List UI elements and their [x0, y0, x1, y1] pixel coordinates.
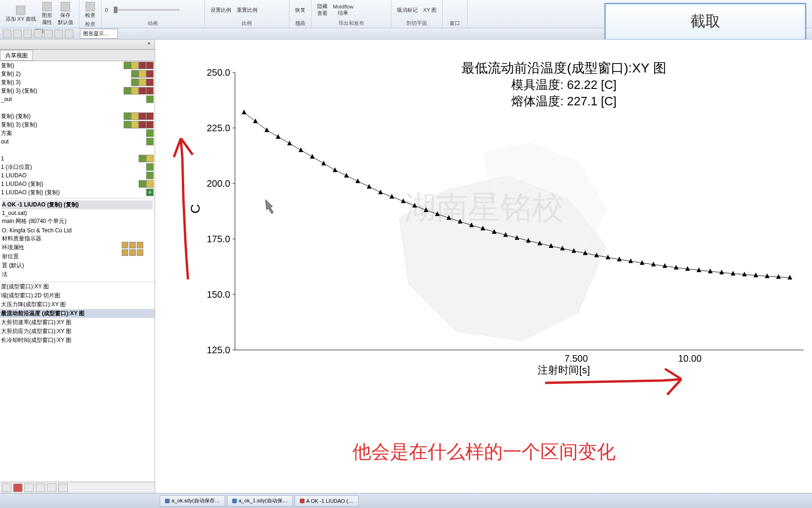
window-icon[interactable]: [446, 6, 454, 14]
layer-toggle-icon[interactable]: [146, 155, 154, 162]
layer-toggle-icon[interactable]: [146, 180, 154, 188]
lt-hide-icon[interactable]: [47, 484, 56, 492]
animation-slider[interactable]: [114, 9, 180, 11]
task-item-active[interactable]: A OK -1 LIUDAO (…: [295, 495, 359, 507]
lt-layer-icon[interactable]: [24, 484, 34, 492]
screenshot-button[interactable]: 截取: [604, 3, 806, 40]
result-list[interactable]: 度(成型窗口):XY 图域(成型窗口):2D 切片图大压力降(成型窗口):XY …: [0, 282, 155, 345]
layer-row[interactable]: 复制) 3) (复制): [0, 87, 155, 95]
reset-scale-button[interactable]: 重置比例: [235, 6, 259, 15]
layer-toggle-icon[interactable]: [146, 87, 154, 95]
layer-row[interactable]: out: [0, 137, 155, 146]
window-icon-2[interactable]: [456, 6, 463, 14]
result-row[interactable]: 长冷却时间(成型窗口):XY 图: [0, 336, 155, 345]
layer-row[interactable]: [0, 103, 155, 112]
mini-icons: [122, 242, 150, 256]
layer-row[interactable]: [0, 146, 155, 154]
task-item[interactable]: a_ok_1.sdy(自动保…: [227, 495, 293, 507]
restore-button[interactable]: 恢复: [293, 6, 307, 15]
layer-toggle-icon[interactable]: [146, 70, 154, 78]
layer-row[interactable]: 1 (冷口位置): [0, 163, 155, 171]
layer-row[interactable]: 复制) 3) (复制): [0, 120, 155, 129]
xy-chart-button[interactable]: XY 图: [422, 6, 439, 15]
layer-toggle-icon[interactable]: [139, 62, 146, 69]
graphics-button[interactable]: 图形属性: [40, 1, 54, 27]
result-row[interactable]: 域(成型窗口):2D 切片图: [0, 291, 155, 300]
qat-print-icon[interactable]: [55, 30, 63, 38]
qat-open-icon[interactable]: [13, 30, 22, 38]
layer-toggle-icon[interactable]: [124, 87, 131, 95]
layer-toggle-icon[interactable]: [139, 112, 146, 120]
layer-toggle-icon[interactable]: [139, 87, 146, 95]
layer-row[interactable]: 1 LIUDAO (复制) (复制)+: [0, 188, 155, 197]
layer-toggle-icon[interactable]: [146, 129, 154, 137]
qat-undo-icon[interactable]: [23, 30, 32, 38]
layer-toggle-icon[interactable]: [131, 79, 139, 86]
lt-new-icon[interactable]: [2, 484, 11, 492]
mini-icon[interactable]: [122, 249, 128, 256]
layer-toggle-icon[interactable]: [131, 121, 139, 128]
layer-toggle-icon[interactable]: [139, 121, 146, 128]
layer-toggle-icon[interactable]: [146, 121, 154, 128]
chart-area[interactable]: 湖南星铭校 最低流动前沿温度(成型窗口):XY 图 模具温度: 62.22 [C…: [155, 40, 812, 493]
layer-toggle-icon[interactable]: [124, 121, 131, 128]
lt-show-icon[interactable]: [36, 484, 45, 492]
moldflow-button[interactable]: Moldflow结果: [331, 3, 355, 17]
mini-icon[interactable]: [137, 249, 143, 256]
qat-new-icon[interactable]: [3, 30, 11, 38]
layer-toggle-icon[interactable]: [146, 62, 154, 69]
layer-row[interactable]: 方案: [0, 129, 155, 137]
info-row: [2, 279, 153, 280]
task-item[interactable]: a_ok.sdy(自动保存…: [160, 495, 225, 507]
layer-toggle-icon[interactable]: [131, 112, 139, 120]
layer-toggle-icon[interactable]: [146, 163, 154, 171]
qat-refresh-icon[interactable]: [44, 30, 53, 38]
layer-row[interactable]: 1 LIUDAO: [0, 171, 155, 180]
mini-icon[interactable]: [137, 242, 143, 248]
result-row[interactable]: 最流动前沿温度 (成型窗口):XY 图: [0, 309, 155, 318]
layer-toggle-icon[interactable]: [146, 172, 154, 179]
lt-delete-icon[interactable]: [13, 484, 23, 492]
layer-row[interactable]: 复制) (复制): [0, 112, 155, 120]
layer-toggle-icon[interactable]: [139, 180, 146, 188]
layer-row[interactable]: 复制) 2): [0, 70, 155, 78]
qat-zoom-icon[interactable]: [65, 30, 73, 38]
layer-toggle-icon[interactable]: [139, 70, 146, 78]
clear-mark-button[interactable]: 吸消标记: [395, 6, 420, 15]
add-xy-button[interactable]: 添加 XY 曲线: [4, 5, 38, 24]
layer-tree[interactable]: 复制)复制) 2)复制) 3)复制) 3) (复制)_out复制) (复制)复制…: [0, 61, 155, 198]
save-button[interactable]: 保存默认值: [56, 1, 75, 27]
result-row[interactable]: 大压力降(成型窗口):XY 图: [0, 300, 155, 309]
layer-toggle-icon[interactable]: [131, 62, 139, 69]
display-mode-dropdown[interactable]: 图形显示…: [80, 29, 118, 39]
result-row[interactable]: 大剪切应力(成型窗口):XY 图: [0, 327, 155, 336]
layer-toggle-icon[interactable]: [146, 79, 154, 86]
layer-toggle-icon[interactable]: [131, 87, 139, 95]
layer-toggle-icon[interactable]: [139, 155, 146, 162]
layer-toggle-icon[interactable]: [131, 70, 139, 78]
mini-icon[interactable]: [122, 242, 128, 248]
layer-row[interactable]: 复制) 3): [0, 78, 155, 87]
layer-toggle-icon[interactable]: +: [146, 189, 154, 196]
layer-toggle-icon[interactable]: [146, 95, 154, 103]
layer-toggle-icon[interactable]: [146, 112, 154, 120]
layer-row[interactable]: 复制): [0, 61, 155, 70]
layer-toggle-icon[interactable]: [139, 79, 146, 86]
mini-icon[interactable]: [129, 249, 136, 256]
set-scale-button[interactable]: 设置比例: [209, 6, 233, 15]
layer-row[interactable]: 1 LIUDAO (复制): [0, 180, 155, 188]
hide-button[interactable]: 隐藏查看: [315, 2, 329, 18]
qat-redo-icon[interactable]: [34, 30, 42, 38]
mini-icon[interactable]: [129, 242, 136, 248]
check-button[interactable]: 检查: [83, 1, 97, 20]
lt-expand-icon[interactable]: [58, 484, 68, 492]
layer-toggle-icon[interactable]: [146, 138, 154, 145]
panel-close-icon[interactable]: ×: [145, 40, 153, 48]
layer-row[interactable]: 1: [0, 154, 155, 163]
result-row[interactable]: 度(成型窗口):XY 图: [0, 282, 155, 291]
result-row[interactable]: 大剪切速率(成型窗口):XY 图: [0, 318, 155, 327]
layer-row[interactable]: _out: [0, 95, 155, 103]
layer-toggle-icon[interactable]: [124, 112, 131, 120]
layer-toggle-icon[interactable]: [124, 62, 131, 69]
panel-tab-shared[interactable]: 共享视图: [0, 50, 33, 61]
